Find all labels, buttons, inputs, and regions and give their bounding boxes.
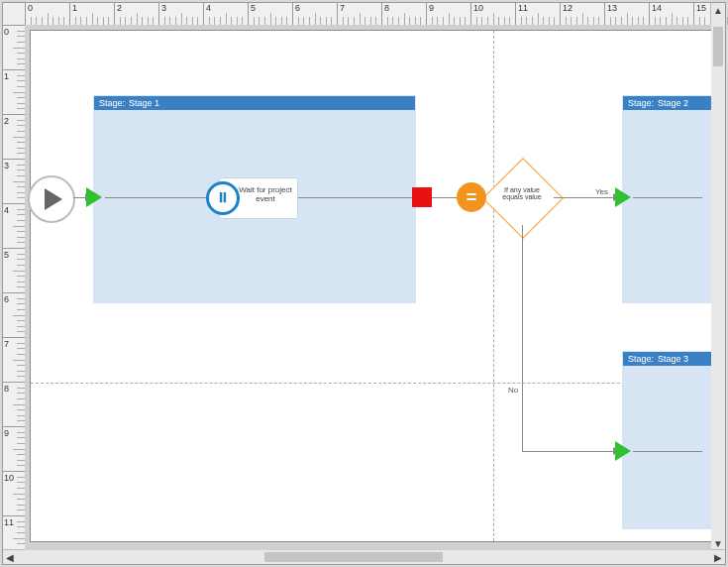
stage-3-header: Stage: Stage 3 [623, 352, 711, 366]
stop-square-icon[interactable] [412, 187, 432, 207]
hscroll-track[interactable] [17, 550, 711, 564]
pause-circle-icon: ⏸ [206, 181, 240, 215]
stage-1-header: Stage: Stage 1 [94, 96, 415, 110]
stage-1-name: Stage 1 [129, 98, 159, 108]
action-label: Wait for project event [239, 185, 292, 203]
stage-3-label-prefix: Stage: [628, 354, 654, 364]
vscroll-thumb[interactable] [713, 27, 723, 66]
go-arrow-icon[interactable] [615, 441, 631, 461]
connector-stage2-internal [633, 197, 702, 198]
page-break-horizontal [31, 383, 711, 384]
action-wait-event[interactable]: ⏸ Wait for project event [219, 177, 298, 219]
stage-2-container[interactable]: Stage: Stage 2 [622, 95, 711, 303]
scroll-up-button[interactable]: ▲ [711, 3, 725, 17]
branch-yes-label: Yes [595, 187, 608, 196]
ruler-vertical[interactable]: 01234567891011 [3, 25, 26, 550]
connector-entry-action [105, 197, 211, 198]
stage-2-label-prefix: Stage: [628, 98, 654, 108]
designer-window: 0123456789101112131415 01234567891011 ▲ … [2, 2, 726, 565]
start-node[interactable] [28, 175, 75, 223]
scroll-down-button[interactable]: ▼ [711, 536, 725, 550]
stage-1-label-prefix: Stage: [99, 98, 125, 108]
ruler-horizontal[interactable]: 0123456789101112131415 [25, 3, 711, 26]
stage-2-name: Stage 2 [658, 98, 688, 108]
vscroll-track[interactable] [711, 17, 725, 536]
go-arrow-icon[interactable] [615, 187, 631, 207]
connector-stage3-internal [633, 451, 702, 452]
connector-no-h [522, 451, 615, 452]
stage-3-container[interactable]: Stage: Stage 3 [622, 351, 711, 529]
connector-action-terminator [298, 197, 412, 198]
hscroll-thumb[interactable] [264, 552, 443, 562]
go-arrow-icon[interactable] [86, 187, 102, 207]
scroll-left-button[interactable]: ◀ [3, 550, 17, 564]
stage-3-name: Stage 3 [658, 354, 688, 364]
vertical-scrollbar[interactable]: ▲ ▼ [710, 3, 725, 550]
page-break-vertical [493, 31, 494, 541]
decision-condition-label: If any value equals value [499, 186, 545, 201]
scroll-right-button[interactable]: ▶ [711, 550, 725, 564]
page[interactable]: Stage: Stage 1 Stage: Stage 2 Stage: Sta… [30, 30, 711, 542]
stage-2-header: Stage: Stage 2 [623, 96, 711, 110]
connector-yes [554, 197, 615, 198]
connector-no-v [522, 225, 523, 451]
ruler-corner [3, 3, 26, 26]
horizontal-scrollbar[interactable]: ◀ ▶ [3, 549, 725, 564]
pause-glyph: ⏸ [216, 190, 230, 205]
design-canvas[interactable]: Stage: Stage 1 Stage: Stage 2 Stage: Sta… [25, 25, 711, 550]
play-icon [45, 188, 62, 210]
equals-icon: = [457, 182, 486, 212]
branch-no-label: No [508, 386, 518, 395]
